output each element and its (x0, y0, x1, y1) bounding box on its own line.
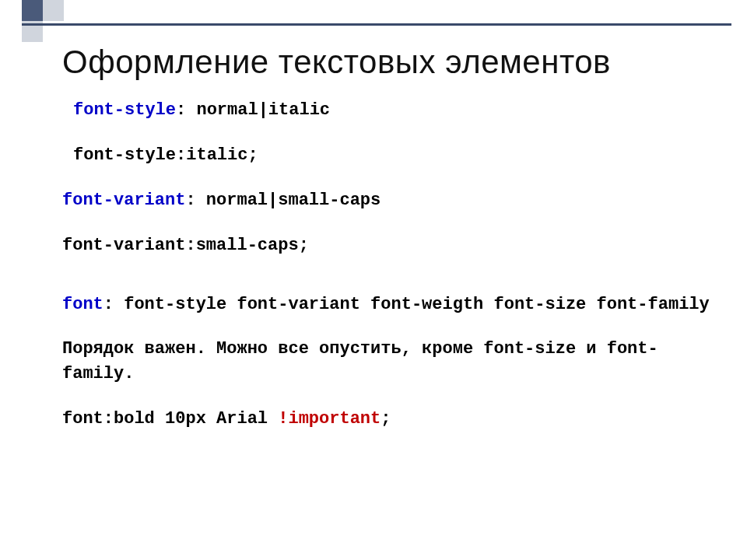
header-rule (22, 23, 731, 26)
css-values: : normal|italic (176, 100, 330, 120)
css-property: font-variant (62, 191, 185, 210)
css-values: : font-style font-variant font-weigth fo… (103, 295, 710, 314)
code-block: font-style: normal|italic font-style:ita… (62, 98, 716, 432)
code-line: font-variant: normal|small-caps (62, 188, 716, 213)
spacer (62, 387, 716, 407)
css-example-end: ; (381, 409, 391, 429)
code-line: font-variant:small-caps; (62, 233, 716, 258)
slide-content: Оформление текстовых элементов font-styl… (62, 44, 716, 432)
slide-title: Оформление текстовых элементов (62, 44, 716, 81)
css-values: : normal|small-caps (185, 191, 381, 210)
css-example: font-style:italic; (73, 145, 258, 165)
css-property: font-style (73, 100, 176, 120)
code-line: font:bold 10px Arial !important; (62, 407, 716, 432)
code-line: font-style:italic; (62, 143, 716, 168)
corner-decoration (22, 0, 64, 42)
spacer (62, 317, 716, 337)
spacer (62, 213, 716, 233)
deco-square-dark (22, 0, 43, 21)
spacer (62, 168, 716, 188)
spacer (62, 123, 716, 143)
code-line: Порядок важен. Можно все опустить, кроме… (62, 337, 716, 387)
css-important: !important (278, 409, 381, 429)
css-example: font-variant:small-caps; (62, 236, 309, 255)
note-text: Порядок важен. Можно все опустить, кроме… (62, 339, 658, 383)
css-property: font (62, 295, 103, 314)
deco-square-light (43, 0, 64, 21)
css-example: font:bold 10px Arial (62, 409, 278, 429)
spacer (62, 258, 716, 292)
code-line: font: font-style font-variant font-weigt… (62, 292, 716, 317)
code-line: font-style: normal|italic (62, 98, 716, 123)
